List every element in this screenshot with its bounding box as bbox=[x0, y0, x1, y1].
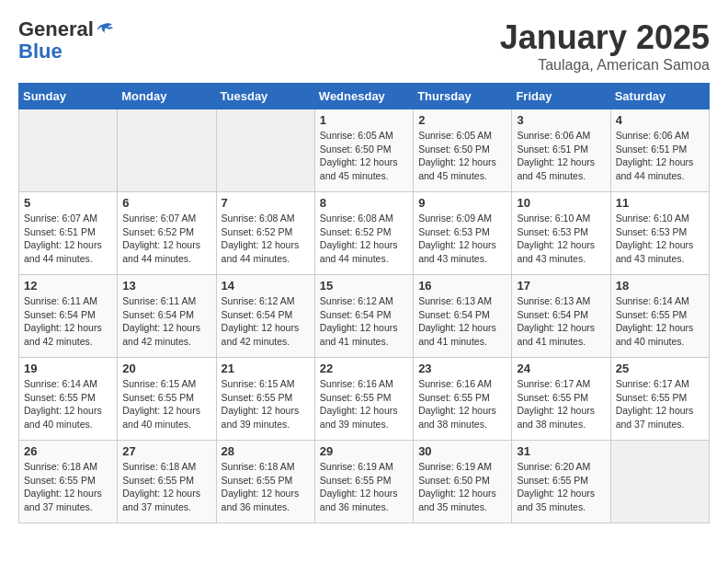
day-info: Sunrise: 6:08 AM Sunset: 6:52 PM Dayligh… bbox=[320, 212, 408, 266]
day-info: Sunrise: 6:17 AM Sunset: 6:55 PM Dayligh… bbox=[517, 377, 605, 431]
calendar-cell: 4Sunrise: 6:06 AM Sunset: 6:51 PM Daylig… bbox=[610, 109, 709, 192]
day-info: Sunrise: 6:06 AM Sunset: 6:51 PM Dayligh… bbox=[517, 129, 605, 183]
day-info: Sunrise: 6:18 AM Sunset: 6:55 PM Dayligh… bbox=[24, 460, 112, 514]
calendar-table: SundayMondayTuesdayWednesdayThursdayFrid… bbox=[18, 83, 710, 523]
calendar-cell: 19Sunrise: 6:14 AM Sunset: 6:55 PM Dayli… bbox=[19, 358, 118, 441]
calendar-header-thursday: Thursday bbox=[414, 84, 512, 109]
calendar-week-row: 1Sunrise: 6:05 AM Sunset: 6:50 PM Daylig… bbox=[19, 109, 710, 192]
calendar-header-saturday: Saturday bbox=[610, 84, 709, 109]
calendar-header-tuesday: Tuesday bbox=[216, 84, 314, 109]
day-number: 16 bbox=[418, 279, 506, 293]
day-info: Sunrise: 6:05 AM Sunset: 6:50 PM Dayligh… bbox=[418, 129, 506, 183]
day-info: Sunrise: 6:10 AM Sunset: 6:53 PM Dayligh… bbox=[517, 212, 605, 266]
day-number: 5 bbox=[24, 196, 112, 210]
calendar-cell: 23Sunrise: 6:16 AM Sunset: 6:55 PM Dayli… bbox=[414, 358, 512, 441]
calendar-cell: 17Sunrise: 6:13 AM Sunset: 6:54 PM Dayli… bbox=[512, 275, 610, 358]
calendar-header-row: SundayMondayTuesdayWednesdayThursdayFrid… bbox=[19, 84, 710, 109]
day-info: Sunrise: 6:16 AM Sunset: 6:55 PM Dayligh… bbox=[320, 377, 408, 431]
location-subtitle: Taulaga, American Samoa bbox=[500, 57, 710, 74]
day-info: Sunrise: 6:10 AM Sunset: 6:53 PM Dayligh… bbox=[616, 212, 704, 266]
calendar-body: 1Sunrise: 6:05 AM Sunset: 6:50 PM Daylig… bbox=[19, 109, 710, 523]
day-number: 14 bbox=[222, 279, 310, 293]
calendar-cell bbox=[118, 109, 216, 192]
calendar-cell: 10Sunrise: 6:10 AM Sunset: 6:53 PM Dayli… bbox=[512, 192, 610, 275]
day-number: 6 bbox=[122, 196, 210, 210]
page-header: General Blue January 2025 Taulaga, Ameri… bbox=[18, 18, 710, 74]
calendar-cell: 14Sunrise: 6:12 AM Sunset: 6:54 PM Dayli… bbox=[216, 275, 314, 358]
day-info: Sunrise: 6:09 AM Sunset: 6:53 PM Dayligh… bbox=[418, 212, 506, 266]
day-info: Sunrise: 6:18 AM Sunset: 6:55 PM Dayligh… bbox=[222, 460, 310, 514]
day-number: 25 bbox=[616, 362, 704, 375]
calendar-cell: 9Sunrise: 6:09 AM Sunset: 6:53 PM Daylig… bbox=[414, 192, 512, 275]
day-number: 9 bbox=[418, 196, 506, 210]
calendar-cell: 16Sunrise: 6:13 AM Sunset: 6:54 PM Dayli… bbox=[414, 275, 512, 358]
calendar-cell bbox=[610, 441, 709, 523]
calendar-cell: 24Sunrise: 6:17 AM Sunset: 6:55 PM Dayli… bbox=[512, 358, 610, 441]
day-info: Sunrise: 6:13 AM Sunset: 6:54 PM Dayligh… bbox=[517, 294, 605, 349]
calendar-header-friday: Friday bbox=[512, 84, 610, 109]
day-info: Sunrise: 6:05 AM Sunset: 6:50 PM Dayligh… bbox=[320, 129, 408, 183]
day-number: 1 bbox=[320, 113, 408, 127]
calendar-cell: 18Sunrise: 6:14 AM Sunset: 6:55 PM Dayli… bbox=[610, 275, 709, 358]
calendar-cell: 12Sunrise: 6:11 AM Sunset: 6:54 PM Dayli… bbox=[19, 275, 118, 358]
logo-general: General bbox=[18, 17, 94, 40]
day-number: 20 bbox=[122, 362, 210, 375]
day-info: Sunrise: 6:15 AM Sunset: 6:55 PM Dayligh… bbox=[222, 377, 310, 431]
day-number: 7 bbox=[222, 196, 310, 210]
calendar-cell: 25Sunrise: 6:17 AM Sunset: 6:55 PM Dayli… bbox=[610, 358, 709, 441]
day-info: Sunrise: 6:13 AM Sunset: 6:54 PM Dayligh… bbox=[418, 294, 506, 349]
day-info: Sunrise: 6:12 AM Sunset: 6:54 PM Dayligh… bbox=[320, 294, 408, 349]
day-number: 31 bbox=[517, 444, 605, 458]
day-info: Sunrise: 6:17 AM Sunset: 6:55 PM Dayligh… bbox=[616, 377, 704, 431]
day-info: Sunrise: 6:18 AM Sunset: 6:55 PM Dayligh… bbox=[122, 460, 210, 514]
calendar-cell: 31Sunrise: 6:20 AM Sunset: 6:55 PM Dayli… bbox=[512, 441, 610, 523]
calendar-header-monday: Monday bbox=[118, 84, 216, 109]
calendar-cell: 6Sunrise: 6:07 AM Sunset: 6:52 PM Daylig… bbox=[118, 192, 216, 275]
day-number: 18 bbox=[616, 279, 704, 293]
calendar-cell: 29Sunrise: 6:19 AM Sunset: 6:55 PM Dayli… bbox=[314, 441, 413, 523]
calendar-cell: 21Sunrise: 6:15 AM Sunset: 6:55 PM Dayli… bbox=[216, 358, 314, 441]
day-info: Sunrise: 6:07 AM Sunset: 6:52 PM Dayligh… bbox=[122, 212, 210, 266]
calendar-cell: 13Sunrise: 6:11 AM Sunset: 6:54 PM Dayli… bbox=[118, 275, 216, 358]
day-info: Sunrise: 6:11 AM Sunset: 6:54 PM Dayligh… bbox=[122, 294, 210, 349]
day-number: 19 bbox=[24, 362, 112, 375]
calendar-header-wednesday: Wednesday bbox=[314, 84, 413, 109]
logo-bird-icon bbox=[96, 22, 114, 39]
calendar-cell: 30Sunrise: 6:19 AM Sunset: 6:50 PM Dayli… bbox=[414, 441, 512, 523]
title-block: January 2025 Taulaga, American Samoa bbox=[500, 18, 710, 74]
calendar-week-row: 19Sunrise: 6:14 AM Sunset: 6:55 PM Dayli… bbox=[19, 358, 710, 441]
calendar-cell: 3Sunrise: 6:06 AM Sunset: 6:51 PM Daylig… bbox=[512, 109, 610, 192]
day-info: Sunrise: 6:14 AM Sunset: 6:55 PM Dayligh… bbox=[616, 294, 704, 349]
day-number: 21 bbox=[222, 362, 310, 375]
calendar-cell: 5Sunrise: 6:07 AM Sunset: 6:51 PM Daylig… bbox=[19, 192, 118, 275]
day-number: 27 bbox=[122, 444, 210, 458]
day-number: 30 bbox=[418, 444, 506, 458]
day-info: Sunrise: 6:06 AM Sunset: 6:51 PM Dayligh… bbox=[616, 129, 704, 183]
calendar-week-row: 12Sunrise: 6:11 AM Sunset: 6:54 PM Dayli… bbox=[19, 275, 710, 358]
day-info: Sunrise: 6:20 AM Sunset: 6:55 PM Dayligh… bbox=[517, 460, 605, 514]
calendar-cell bbox=[19, 109, 118, 192]
month-title: January 2025 bbox=[500, 18, 710, 57]
day-number: 10 bbox=[517, 196, 605, 210]
day-info: Sunrise: 6:08 AM Sunset: 6:52 PM Dayligh… bbox=[222, 212, 310, 266]
day-info: Sunrise: 6:12 AM Sunset: 6:54 PM Dayligh… bbox=[222, 294, 310, 349]
day-number: 11 bbox=[616, 196, 704, 210]
day-info: Sunrise: 6:11 AM Sunset: 6:54 PM Dayligh… bbox=[24, 294, 112, 349]
day-number: 8 bbox=[320, 196, 408, 210]
calendar-cell: 8Sunrise: 6:08 AM Sunset: 6:52 PM Daylig… bbox=[314, 192, 413, 275]
day-info: Sunrise: 6:16 AM Sunset: 6:55 PM Dayligh… bbox=[418, 377, 506, 431]
day-number: 2 bbox=[418, 113, 506, 127]
day-number: 22 bbox=[320, 362, 408, 375]
calendar-cell: 28Sunrise: 6:18 AM Sunset: 6:55 PM Dayli… bbox=[216, 441, 314, 523]
day-number: 4 bbox=[616, 113, 704, 127]
calendar-cell bbox=[216, 109, 314, 192]
logo: General Blue bbox=[18, 18, 114, 63]
day-info: Sunrise: 6:19 AM Sunset: 6:50 PM Dayligh… bbox=[418, 460, 506, 514]
day-number: 28 bbox=[222, 444, 310, 458]
day-info: Sunrise: 6:19 AM Sunset: 6:55 PM Dayligh… bbox=[320, 460, 408, 514]
calendar-cell: 22Sunrise: 6:16 AM Sunset: 6:55 PM Dayli… bbox=[314, 358, 413, 441]
day-number: 29 bbox=[320, 444, 408, 458]
day-info: Sunrise: 6:07 AM Sunset: 6:51 PM Dayligh… bbox=[24, 212, 112, 266]
day-number: 3 bbox=[517, 113, 605, 127]
day-number: 13 bbox=[122, 279, 210, 293]
